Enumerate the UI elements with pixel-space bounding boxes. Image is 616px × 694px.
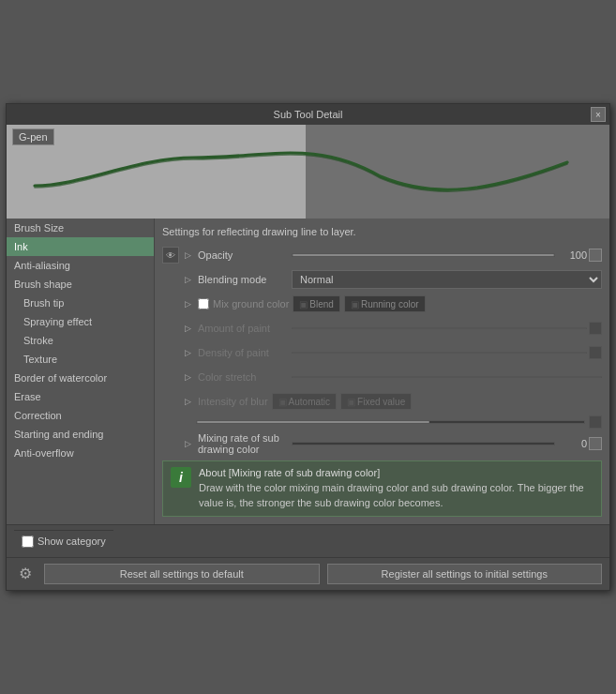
fixed-value-button: ▣ Fixed value [340,393,412,410]
preview-label: G-pen [12,128,54,145]
opacity-label: Opacity [198,249,292,261]
sidebar-item-brush-size[interactable]: Brush Size [7,219,154,237]
amount-paint-spinbox [589,322,602,335]
brush-preview [7,125,609,219]
density-paint-spinbox [589,346,602,359]
color-stretch-expand-button[interactable]: ▷ [181,370,194,384]
amount-paint-row: ▷ Amount of paint [162,318,602,339]
opacity-spinbox[interactable] [589,249,602,262]
intensity-blur-section: ▷ Intensity of blur ▣ Automatic ▣ Fixed … [162,391,602,429]
gear-icon[interactable]: ⚙ [14,563,37,585]
window-title: Sub Tool Detail [274,109,343,120]
opacity-value: 100 [561,249,587,261]
mixing-rate-expand-button[interactable]: ▷ [181,437,194,450]
sidebar-item-stroke[interactable]: Stroke [7,331,154,350]
blending-mode-dropdown[interactable]: Normal Multiply Screen [292,270,602,289]
register-button[interactable]: Register all settings to initial setting… [327,564,603,584]
blending-expand-button[interactable]: ▷ [181,273,194,286]
sidebar-item-texture[interactable]: Texture [7,350,154,369]
intensity-blur-spinbox [589,415,602,429]
sidebar-item-brush-shape[interactable]: Brush shape [7,275,154,294]
automatic-button: ▣ Automatic [272,393,337,410]
intensity-expand-button[interactable]: ▷ [181,395,194,408]
blending-label: Blending mode [198,274,292,285]
show-category-checkbox[interactable] [22,536,34,548]
running-color-button[interactable]: ▣ Running color [344,295,426,312]
intensity-blur-label: Intensity of blur [198,396,268,407]
opacity-eye-button[interactable]: 👁 [162,247,179,264]
info-icon: i [171,467,191,488]
right-panel: Settings for reflecting drawing line to … [155,219,609,524]
amount-paint-label: Amount of paint [198,323,292,334]
main-window: Sub Tool Detail × G-pen Brush Size Ink [6,103,610,591]
sidebar: Brush Size Ink Anti-aliasing Brush shape… [7,219,155,524]
info-title: About [Mixing rate of sub drawing color] [199,467,593,478]
mixing-rate-value: 0 [561,438,587,449]
density-paint-slider [292,352,587,354]
opacity-slider-fill [293,254,554,256]
title-bar: Sub Tool Detail × [7,104,609,125]
mix-ground-checkbox[interactable] [198,298,209,309]
opacity-expand-button[interactable]: ▷ [181,249,194,262]
bottom-bar: ⚙ Reset all settings to default Register… [7,557,609,590]
panel-description: Settings for reflecting drawing line to … [162,226,602,237]
show-category-label[interactable]: Show category [14,530,113,552]
close-button[interactable]: × [591,107,606,122]
info-box: i About [Mixing rate of sub drawing colo… [162,460,602,517]
opacity-row: 👁 ▷ Opacity 100 [162,245,602,265]
sidebar-item-starting-ending[interactable]: Starting and ending [7,425,154,444]
preview-area: G-pen [7,125,609,219]
mixing-rate-label: Mixing rate of sub drawing color [198,432,292,455]
blending-mode-row: ▷ Blending mode Normal Multiply Screen [162,269,602,290]
mixing-rate-row: ▷ Mixing rate of sub drawing color 0 [162,432,602,455]
opacity-slider-track[interactable] [292,253,555,257]
mixing-rate-spinbox[interactable] [589,437,602,450]
amount-paint-slider [292,327,587,329]
opacity-slider-area: 100 [292,249,602,262]
reset-button[interactable]: Reset all settings to default [44,564,320,584]
density-paint-row: ▷ Density of paint [162,342,602,363]
amount-expand-button[interactable]: ▷ [181,322,194,335]
density-expand-button[interactable]: ▷ [181,346,194,359]
main-content: Brush Size Ink Anti-aliasing Brush shape… [7,219,609,524]
sidebar-item-ink[interactable]: Ink [7,237,154,256]
intensity-blur-slider [196,420,585,424]
sidebar-item-spraying-effect[interactable]: Spraying effect [7,312,154,331]
svg-rect-1 [306,125,609,219]
mix-ground-checkbox-label[interactable]: Mix ground color [198,298,289,309]
info-text: Draw with the color mixing main drawing … [199,481,593,510]
sidebar-item-anti-overflow[interactable]: Anti-overflow [7,444,154,462]
mix-expand-button[interactable]: ▷ [181,297,194,310]
sidebar-item-correction[interactable]: Correction [7,406,154,425]
density-paint-label: Density of paint [198,347,292,358]
sidebar-item-anti-aliasing[interactable]: Anti-aliasing [7,256,154,275]
blend-button[interactable]: ▣ Blend [293,295,340,312]
show-category-bar: Show category [7,524,609,557]
sidebar-item-brush-tip[interactable]: Brush tip [7,294,154,312]
color-stretch-row: ▷ Color stretch [162,367,602,387]
color-stretch-slider [292,376,602,378]
color-stretch-label: Color stretch [198,371,292,383]
sidebar-item-border-watercolor[interactable]: Border of watercolor [7,369,154,387]
sidebar-item-erase[interactable]: Erase [7,387,154,406]
mixing-rate-slider[interactable] [292,442,555,445]
mix-ground-row: ▷ Mix ground color ▣ Blend ▣ Running col… [162,294,602,314]
